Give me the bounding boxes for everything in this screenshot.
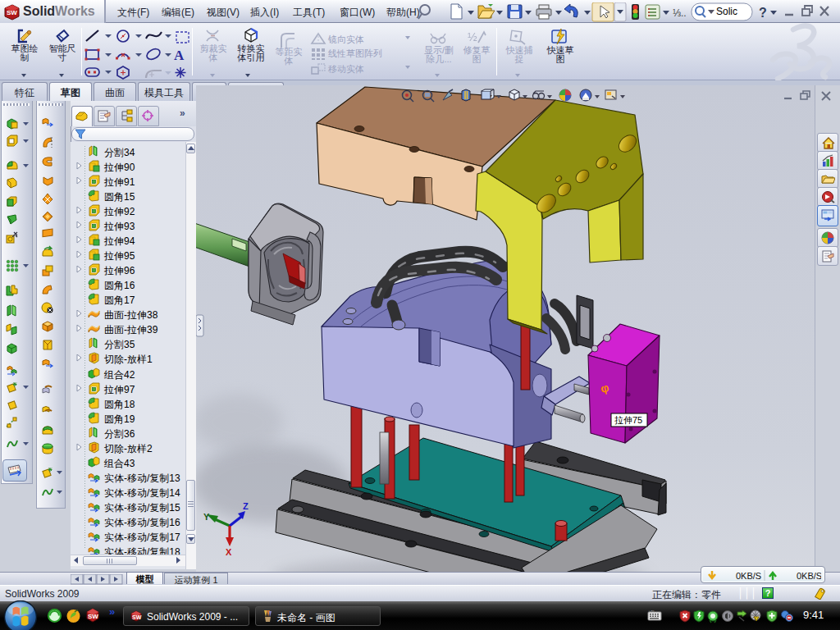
svg-text:?: ? [759,6,767,20]
svg-text:⅓..: ⅓.. [673,7,687,19]
svg-text:Y: Y [203,512,210,522]
svg-text:½: ½ [468,30,477,43]
svg-text:0KB/S: 0KB/S [736,571,761,581]
svg-text:!: ! [755,617,756,622]
svg-text:Z: Z [243,501,249,511]
svg-text:SW: SW [88,613,98,620]
svg-text:SW: SW [7,9,17,16]
svg-text:X: X [226,547,232,557]
svg-text:CHN: CHN [649,610,655,613]
svg-text:拉伸75: 拉伸75 [614,415,642,425]
svg-text:Solic: Solic [716,6,737,17]
svg-text:0KB/S: 0KB/S [797,571,821,581]
svg-text:SW: SW [132,614,142,620]
svg-text:A: A [174,48,185,63]
